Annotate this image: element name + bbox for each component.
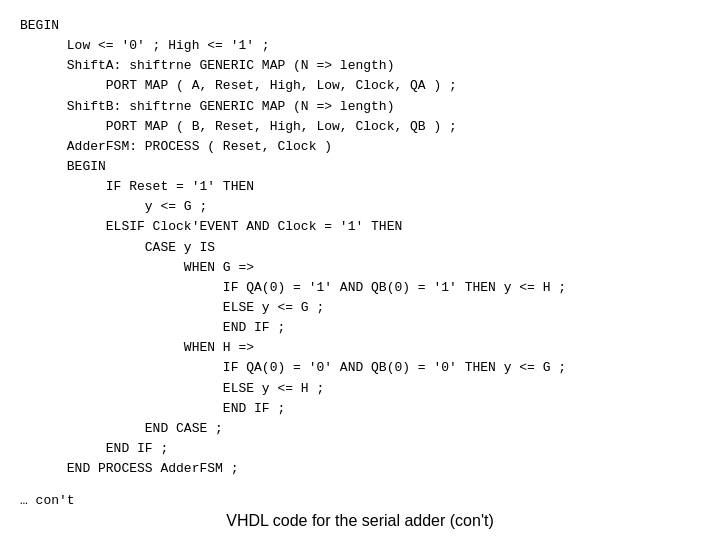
- slide-title: VHDL code for the serial adder (con't): [226, 512, 493, 530]
- page-container: BEGIN Low <= '0' ; High <= '1' ; ShiftA:…: [0, 0, 720, 540]
- code-block: BEGIN Low <= '0' ; High <= '1' ; ShiftA:…: [20, 16, 700, 483]
- cont-label: … con't: [20, 493, 75, 508]
- footer-section: … con't VHDL code for the serial adder (…: [20, 493, 700, 530]
